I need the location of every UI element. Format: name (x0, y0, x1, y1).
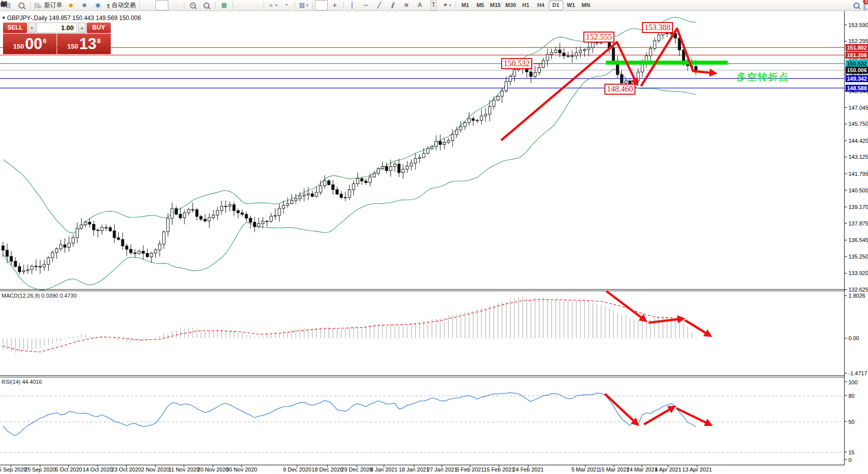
date-axis-label: 30 Nov 2020 (222, 466, 262, 472)
buy-price-pips: 13 (79, 35, 96, 53)
buy-price-box[interactable]: 150 13 8 (57, 34, 111, 54)
volume-increase-button[interactable]: ▲ (78, 23, 86, 33)
price-axis-label: 152.295 (848, 38, 868, 44)
price-tag-annotation[interactable]: 152.555 (583, 32, 614, 43)
sell-price-point: 6 (43, 37, 46, 45)
chart-title: GBPJPY-,Daily 149.857 150.443 149.569 15… (7, 15, 141, 22)
rsi-indicator-label: RSI(14) 44.4016 (2, 379, 42, 385)
collapse-panel-icon[interactable]: ▲ (2, 15, 6, 20)
rsi-axis-label: 80 (848, 393, 854, 399)
price-axis-label: 141.795 (848, 171, 868, 177)
macd-histogram (3, 297, 696, 353)
rsi-axis-label: 100 (848, 379, 857, 385)
price-level-badge: 150.532 (845, 60, 868, 67)
price-axis-label: 143.125 (848, 154, 868, 160)
price-axis-label: 136.545 (848, 237, 868, 243)
price-axis-label: 140.500 (848, 187, 868, 193)
sell-price-base: 150 (13, 43, 24, 50)
price-level-badge: 151.206 (845, 52, 868, 59)
buy-button[interactable]: BUY (87, 23, 111, 33)
macd-params: MACD(12,26,9) (2, 293, 40, 299)
chart-symbol-period: GBPJPY-,Daily (7, 15, 47, 22)
sell-button[interactable]: SELL (3, 23, 27, 33)
price-axis-label: 139.170 (848, 204, 868, 210)
rsi-axis-label: 0 (848, 457, 851, 463)
sell-price-box[interactable]: 150 00 6 (3, 34, 57, 54)
candlestick-series (2, 27, 697, 275)
price-level-badge: 148.588 (845, 85, 868, 92)
macd-signal-line (3, 300, 696, 352)
rsi-axis-label: 50 (848, 419, 854, 425)
price-axis-label: 145.750 (848, 121, 868, 127)
rsi-axis-label: 15 (848, 449, 854, 455)
price-axis-label: 132.625 (848, 287, 868, 293)
price-tag-annotation[interactable]: 150.532 (501, 58, 532, 69)
volume-decrease-button[interactable]: ▼ (28, 23, 36, 33)
bull-bear-turning-point-note[interactable]: 多空转折点 (737, 71, 789, 84)
macd-axis-label: 1.8026 (848, 293, 865, 299)
macd-indicator-label: MACD(12,26,9) 0.0390 0.4730 (2, 293, 77, 299)
panel-frames (0, 11, 844, 465)
one-click-trading-panel: SELL ▼ 1.00 ▲ BUY 150 00 6 150 13 8 (3, 23, 111, 54)
price-tag-annotation[interactable]: 153.388 (642, 22, 673, 33)
rsi-line (3, 393, 696, 436)
price-level-badge: 151.802 (845, 44, 868, 51)
macd-values: 0.0390 0.4730 (41, 293, 76, 299)
price-axis-label: 137.875 (848, 220, 868, 226)
price-axis-label: 144.420 (848, 138, 868, 144)
chart-ohlc-values: 149.857 150.443 149.569 150.006 (49, 15, 141, 22)
macd-axis-label: 0.00 (848, 335, 859, 341)
price-axis-label: 133.920 (848, 270, 868, 276)
bollinger-bands (3, 17, 696, 290)
buy-price-base: 150 (67, 43, 78, 50)
mt4-window: ▤▤＋新订单◆☻◉●●自动交易+-▦＋▾◔▨▾+│─╱∥≋AT✦▾M1M5M15… (0, 0, 868, 474)
support-zone-bar[interactable] (606, 61, 728, 65)
price-axis-label: 153.590 (848, 22, 868, 28)
price-level-badge: 150.006 (845, 67, 868, 74)
rsi-gridlines (0, 396, 844, 452)
date-axis-label: 24 Feb 2021 (508, 466, 548, 472)
rsi-value: 44.4016 (22, 379, 42, 385)
volume-input[interactable]: 1.00 (37, 23, 77, 33)
buy-price-point: 8 (97, 37, 100, 45)
rsi-params: RSI(14) (2, 379, 21, 385)
axis-tick-marks (11, 25, 847, 467)
price-axis-label: 135.250 (848, 254, 868, 260)
horizontal-level-lines[interactable] (0, 48, 844, 88)
date-axis-label: 13 Apr 2021 (677, 466, 717, 472)
price-tag-annotation[interactable]: 148.460 (604, 84, 635, 95)
price-axis-label: 147.045 (848, 105, 868, 111)
price-level-badge: 149.342 (845, 75, 868, 82)
macd-axis-label: -1.4717 (848, 370, 867, 376)
sell-price-pips: 00 (25, 35, 42, 53)
